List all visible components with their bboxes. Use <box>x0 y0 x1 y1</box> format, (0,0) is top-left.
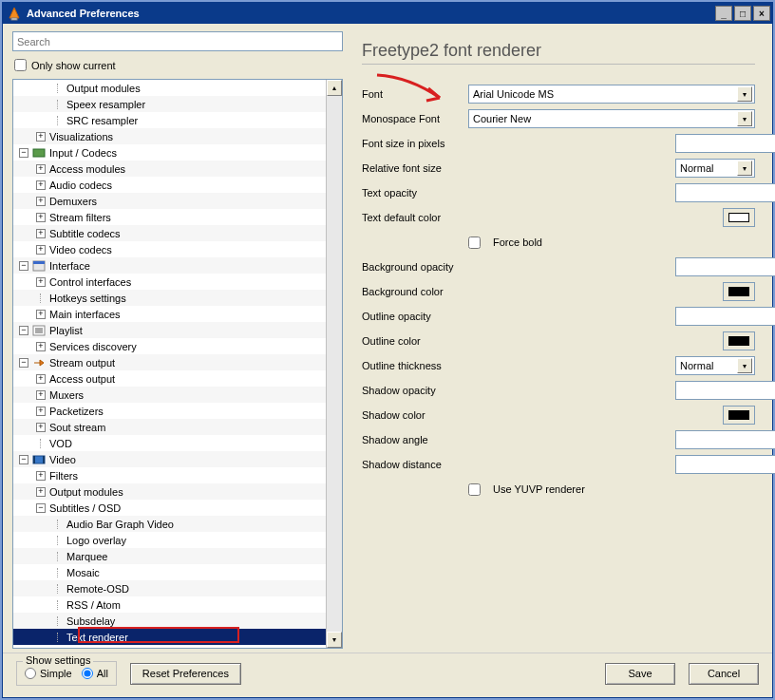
tree-scrollbar[interactable]: ▴ ▾ <box>326 80 342 648</box>
scroll-down-button[interactable]: ▾ <box>327 632 342 648</box>
tree-item[interactable]: Mosaic <box>13 564 326 580</box>
tree-item[interactable]: +Filters <box>13 467 326 483</box>
shadow-color-button[interactable] <box>723 406 755 425</box>
tree-toggle-icon[interactable]: + <box>36 164 46 174</box>
tree-item[interactable]: Hotkeys settings <box>13 290 326 306</box>
only-show-current-checkbox[interactable] <box>14 59 27 71</box>
tree-item[interactable]: Remote-OSD <box>13 580 326 596</box>
tree-item[interactable]: +Access output <box>13 370 326 387</box>
tree-item[interactable]: +Sout stream <box>13 419 326 435</box>
cancel-button[interactable]: Cancel <box>689 663 759 685</box>
tree-toggle-icon[interactable]: − <box>19 148 28 158</box>
tree-item-label: Video <box>49 454 326 465</box>
tree-item-label: Subtitles / OSD <box>49 502 326 514</box>
tree-item[interactable]: +Visualizations <box>13 128 326 144</box>
text-default-color-button[interactable] <box>723 208 755 227</box>
tree-item-label: Text renderer <box>66 632 326 643</box>
tree-item[interactable]: +Audio codecs <box>13 177 326 193</box>
tree-item[interactable]: +Stream filters <box>13 209 326 225</box>
tree-toggle-icon[interactable]: + <box>36 390 46 400</box>
tree-item[interactable]: −Input / Codecs <box>13 144 326 161</box>
tree-item[interactable]: +Control interfaces <box>13 274 326 290</box>
tree-item-label: Remote-OSD <box>66 583 326 595</box>
shadow-opacity-spinner[interactable]: ▲▼ <box>675 381 755 400</box>
tree-toggle-icon[interactable]: − <box>19 455 28 464</box>
simple-radio[interactable] <box>25 668 36 679</box>
tree-item[interactable]: VOD <box>13 435 326 451</box>
tree-toggle-icon[interactable]: + <box>36 245 46 255</box>
tree-toggle-icon[interactable]: + <box>36 487 46 497</box>
tree-toggle-icon[interactable]: + <box>36 180 46 190</box>
all-radio[interactable] <box>82 668 93 679</box>
tree-item[interactable]: +Subtitle codecs <box>13 225 326 241</box>
scroll-track[interactable] <box>327 96 342 632</box>
tree-toggle-icon[interactable]: + <box>36 471 46 481</box>
tree-toggle-icon[interactable]: + <box>36 229 46 238</box>
close-button[interactable]: × <box>753 6 770 21</box>
tree-item[interactable]: RSS / Atom <box>13 596 326 613</box>
shadow-distance-spinner[interactable]: ▲▼ <box>675 455 755 474</box>
tree-toggle-icon[interactable]: + <box>36 132 46 142</box>
maximize-button[interactable]: □ <box>734 6 751 21</box>
tree-item[interactable]: +Services discovery <box>13 338 326 354</box>
tree-item[interactable]: +Main interfaces <box>13 306 326 322</box>
tree-item[interactable]: −Stream output <box>13 354 326 370</box>
tree-toggle-icon[interactable]: − <box>19 358 28 368</box>
tree-toggle-icon[interactable]: + <box>36 374 46 384</box>
tree-toggle-icon[interactable]: − <box>19 261 28 271</box>
background-opacity-spinner[interactable]: ▲▼ <box>675 257 755 276</box>
tree-item[interactable]: Marquee <box>13 548 326 564</box>
scroll-up-button[interactable]: ▴ <box>327 80 342 96</box>
tree-toggle-icon[interactable]: + <box>36 310 46 319</box>
tree-toggle-icon[interactable]: + <box>36 407 46 416</box>
tree-item[interactable]: Logo overlay <box>13 532 326 548</box>
tree-item-label: Packetizers <box>49 406 326 417</box>
tree-branch-icon <box>53 100 63 109</box>
tree-toggle-icon[interactable]: − <box>36 503 46 513</box>
tree-item[interactable]: +Access modules <box>13 161 326 177</box>
tree-item[interactable]: Subsdelay <box>13 613 326 629</box>
search-input[interactable] <box>12 31 343 51</box>
tree-item[interactable]: −Video <box>13 451 326 467</box>
save-button[interactable]: Save <box>605 663 675 685</box>
tree-item[interactable]: +Demuxers <box>13 193 326 209</box>
tree-branch-icon <box>53 552 63 561</box>
tree-item[interactable]: +Output modules <box>13 483 326 500</box>
reset-preferences-button[interactable]: Reset Preferences <box>130 663 241 685</box>
tree-item-label: Main interfaces <box>49 309 326 320</box>
tree-item[interactable]: +Muxers <box>13 387 326 403</box>
tree-item[interactable]: −Playlist <box>13 322 326 338</box>
monospace-font-select[interactable]: Courier New ▾ <box>468 109 755 128</box>
tree-toggle-icon[interactable]: + <box>36 197 46 206</box>
titlebar: Advanced Preferences _ □ × <box>3 3 772 24</box>
tree-item[interactable]: Speex resampler <box>13 96 326 112</box>
force-bold-checkbox[interactable] <box>468 236 481 249</box>
outline-opacity-spinner[interactable]: ▲▼ <box>675 307 755 326</box>
tree-item[interactable]: Text renderer <box>13 629 326 645</box>
font-select[interactable]: Arial Unicode MS ▾ <box>468 85 755 104</box>
tree-item[interactable]: −Interface <box>13 257 326 274</box>
outline-thickness-select[interactable]: Normal ▾ <box>675 356 755 375</box>
tree-item[interactable]: Output modules <box>13 80 326 96</box>
tree-item[interactable]: SRC resampler <box>13 112 326 128</box>
text-opacity-spinner[interactable]: ▲▼ <box>675 183 755 202</box>
relative-font-size-select[interactable]: Normal ▾ <box>675 159 755 178</box>
tree-item[interactable]: Audio Bar Graph Video <box>13 516 326 532</box>
background-color-button[interactable] <box>723 282 755 301</box>
tree-toggle-icon[interactable]: − <box>19 326 28 335</box>
tree-item[interactable]: +Packetizers <box>13 403 326 419</box>
shadow-angle-label: Shadow angle <box>362 434 668 445</box>
outline-color-button[interactable] <box>723 331 755 350</box>
video-icon <box>32 454 46 465</box>
tree-toggle-icon[interactable]: + <box>36 342 46 351</box>
tree-item[interactable]: −Subtitles / OSD <box>13 500 326 516</box>
tree-toggle-icon[interactable]: + <box>36 277 46 287</box>
font-size-spinner[interactable]: ▲▼ <box>675 134 755 153</box>
shadow-angle-spinner[interactable]: ▲▼ <box>675 430 755 449</box>
use-yuvp-checkbox[interactable] <box>468 483 481 496</box>
background-opacity-label: Background opacity <box>362 261 668 273</box>
tree-item[interactable]: +Video codecs <box>13 241 326 257</box>
tree-toggle-icon[interactable]: + <box>36 423 46 432</box>
minimize-button[interactable]: _ <box>715 6 732 21</box>
tree-toggle-icon[interactable]: + <box>36 213 46 222</box>
